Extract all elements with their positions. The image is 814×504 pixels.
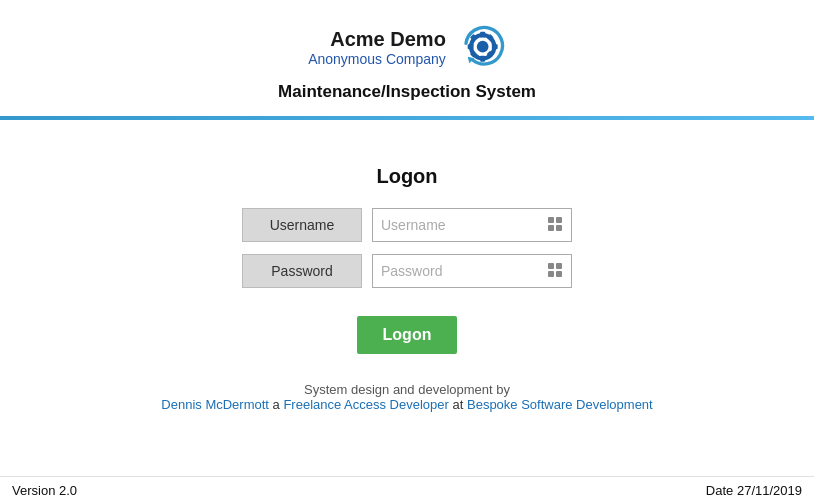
svg-rect-18 <box>556 271 562 277</box>
svg-rect-3 <box>480 56 485 62</box>
button-row: Logon <box>357 308 457 354</box>
version-text: Version 2.0 <box>12 483 77 498</box>
svg-rect-16 <box>556 263 562 269</box>
svg-rect-14 <box>556 225 562 231</box>
credits-text: System design and development by <box>304 382 510 397</box>
system-title: Maintenance/Inspection System <box>278 82 536 101</box>
password-row: Password <box>242 254 572 288</box>
logo-area: Acme Demo Anonymous Company <box>308 20 506 74</box>
company-link[interactable]: Bespoke Software Development <box>467 397 653 412</box>
credits-links-line: Dennis McDermott a Freelance Access Deve… <box>161 397 652 412</box>
author-link[interactable]: Dennis McDermott <box>161 397 269 412</box>
footer-credits: System design and development by Dennis … <box>161 382 652 412</box>
svg-point-1 <box>477 41 489 53</box>
svg-rect-11 <box>548 217 554 223</box>
system-title-bar: Maintenance/Inspection System <box>0 74 814 106</box>
username-input-wrap <box>372 208 572 242</box>
password-input-wrap <box>372 254 572 288</box>
login-form: Username Password <box>242 208 572 288</box>
password-input[interactable] <box>372 254 572 288</box>
svg-rect-2 <box>480 32 485 38</box>
logo-text: Acme Demo Anonymous Company <box>308 28 446 67</box>
credits-at-text: at <box>453 397 467 412</box>
username-grid-icon <box>546 215 566 235</box>
header: Acme Demo Anonymous Company <box>0 0 814 116</box>
username-label: Username <box>242 208 362 242</box>
logo-icon <box>456 20 506 74</box>
svg-rect-17 <box>548 271 554 277</box>
svg-rect-15 <box>548 263 554 269</box>
main-content: Logon Username Password <box>0 120 814 476</box>
logo-subtitle: Anonymous Company <box>308 51 446 67</box>
password-label: Password <box>242 254 362 288</box>
logon-button[interactable]: Logon <box>357 316 457 354</box>
logon-title: Logon <box>376 165 437 188</box>
username-row: Username <box>242 208 572 242</box>
svg-rect-4 <box>468 44 474 49</box>
password-grid-icon <box>546 261 566 281</box>
credits-a-text: a <box>273 397 284 412</box>
freelance-link[interactable]: Freelance Access Developer <box>283 397 448 412</box>
svg-rect-13 <box>548 225 554 231</box>
bottom-bar: Version 2.0 Date 27/11/2019 <box>0 476 814 504</box>
date-text: Date 27/11/2019 <box>706 483 802 498</box>
svg-rect-5 <box>492 44 498 49</box>
svg-rect-12 <box>556 217 562 223</box>
username-input[interactable] <box>372 208 572 242</box>
credits-line: System design and development by <box>161 382 652 397</box>
logo-title: Acme Demo <box>308 28 446 51</box>
